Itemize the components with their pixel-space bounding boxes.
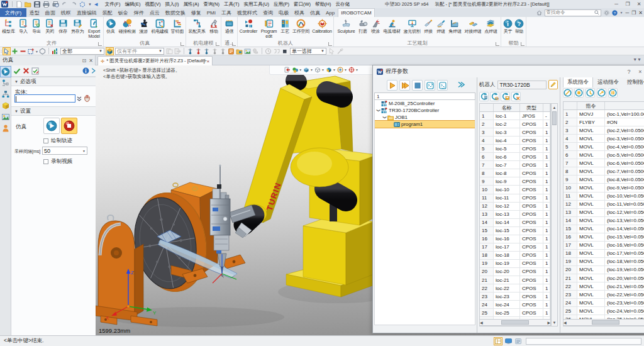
ribbon-button-gantt[interactable]: 甘特图 (170, 18, 186, 35)
ribbon-button-arc-additive[interactable]: 电弧增材 (382, 18, 402, 35)
pin2-icon[interactable] (195, 48, 202, 55)
group-dialog-launcher-icon[interactable] (216, 42, 219, 46)
help-dropdown-icon[interactable]: ▼ (620, 11, 623, 14)
ribbon-tab-修复[interactable]: 修复 (188, 8, 204, 17)
ribbon-button-workspace[interactable]: 工作空间 (291, 18, 311, 35)
home-icon[interactable] (536, 10, 542, 16)
ribbon-button-weld-seam[interactable]: 焊缝 (435, 18, 447, 35)
loc-table-row[interactable]: 15loc-15CPOS1 (480, 227, 550, 235)
ribbon-tab-电极[interactable]: 电极 (275, 8, 291, 17)
scroll-left-icon[interactable]: ◀ (564, 320, 567, 325)
ribbon-button-model-lib[interactable]: 模型库 (1, 18, 17, 35)
menu-item-9[interactable]: 应用(P) (271, 1, 291, 8)
sim-stop-button[interactable] (61, 118, 77, 134)
ribbon-tab-造型[interactable]: 造型 (26, 8, 42, 17)
loc-table-row[interactable]: 16loc-16CPOS1 (480, 235, 550, 243)
expand-list-icon[interactable] (77, 96, 82, 101)
group-dialog-launcher-icon[interactable] (496, 42, 499, 46)
ribbon-button-floppy[interactable]: 保存 (57, 18, 70, 35)
ribbon-button-collision[interactable]: 碰撞检测 (118, 18, 137, 35)
cmd-table-row[interactable]: 13MOVL(loc-12,Vel=0.05000,A (564, 209, 644, 217)
loc-table-row[interactable]: 18loc-18CPOS1 (480, 252, 550, 260)
ribbon-tab-查询[interactable]: 查询 (260, 8, 275, 17)
panel-close-icon[interactable]: ✕ (89, 58, 93, 64)
ribbon-tab-直接编辑[interactable]: 直接编辑 (74, 8, 99, 17)
delete-loc-icon[interactable] (511, 92, 521, 101)
open-folder-icon[interactable] (25, 1, 31, 8)
cmd-tab-控制指令[interactable]: 控制指令 (623, 77, 644, 87)
loc-table-row[interactable]: 22loc-22CPOS1 (480, 284, 550, 293)
cmd-table-row[interactable]: 5MOVL(loc-4,Vel=0.05000,A (564, 143, 644, 151)
compass-icon[interactable]: ▼ (337, 67, 347, 73)
cmd-table-row[interactable]: 9MOVL(loc-8,Vel=0.05000,A (564, 176, 644, 184)
pick-arrow-icon[interactable] (328, 48, 335, 55)
pin1-icon[interactable] (187, 48, 194, 55)
pin5-icon[interactable] (219, 48, 226, 55)
tab-overflow-icon[interactable]: ▼▼ (633, 57, 641, 62)
scroll-left-icon[interactable]: ◀ (480, 320, 483, 325)
cmd-tab-运动指令[interactable]: 运动指令 (594, 77, 623, 87)
ribbon-button-spray[interactable]: 喷涂 (369, 18, 382, 35)
menu-item-4[interactable]: 插入(I) (163, 1, 181, 8)
cmd-table-row[interactable]: 17MOVL(loc-16,Vel=0.05000,A (564, 242, 644, 250)
print-preview-icon[interactable] (52, 1, 59, 8)
record-video-checkbox[interactable] (43, 159, 48, 164)
history-icon[interactable] (265, 48, 272, 55)
ribbon-button-calibration[interactable]: Calibration (311, 18, 333, 35)
cmd-table-row[interactable]: 18MOVL(loc-17,Vel=0.05000,A (564, 250, 644, 258)
ribbon-tab-线框[interactable]: 线框 (58, 8, 74, 17)
tree-node-m-20ib_25controller[interactable]: M-20iB_25Controller (375, 100, 475, 107)
ribbon-tab-工具[interactable]: 工具 (218, 8, 234, 17)
ribbon-button-mecha-model[interactable]: 机电建模 (150, 18, 170, 35)
ribbon-tab-数据交换[interactable]: 数据交换 (162, 8, 188, 17)
group-dialog-launcher-icon[interactable] (232, 42, 236, 46)
cmd-table-row[interactable]: 4MOVL(loc-3,Vel=0.05000,A (564, 135, 644, 143)
ribbon-button-controller[interactable]: Controller (238, 18, 259, 35)
ribbon-button-fillet-weld[interactable]: 角焊缝 (447, 18, 463, 35)
cmd-tab-系统指令[interactable]: 系统指令 (563, 77, 593, 87)
cmd-table-row[interactable]: 15MOVL(loc-14,Vel=0.05000,A (564, 225, 644, 233)
terminal-export-icon[interactable] (425, 80, 435, 91)
loc-table-row[interactable]: 7loc-7CPOS1 (480, 161, 550, 169)
cmd-table-row[interactable]: 20MOVL(loc-19,Vel=0.05000,A (564, 266, 644, 274)
appearance-icon[interactable]: ▼ (292, 67, 302, 73)
menu-item-6[interactable]: 查询(N) (201, 1, 221, 8)
menu-item-1[interactable]: 文件(F) (103, 1, 123, 8)
draw-track-checkbox[interactable] (43, 138, 48, 143)
expand-more-icon[interactable] (457, 81, 465, 90)
cmd-table-row[interactable]: 24MOVL(loc-23,Vel=0.05000,A (564, 299, 644, 307)
loc-table-row[interactable]: 13loc-13CPOS1 (480, 211, 550, 219)
notes-icon[interactable] (514, 338, 522, 345)
loc-table-row[interactable]: 19loc-19CPOS1 (480, 260, 550, 268)
ribbon-tab-曲面[interactable]: 曲面 (42, 8, 58, 17)
box-select-icon[interactable] (28, 48, 35, 55)
run-all-icon[interactable] (399, 80, 410, 91)
cmd-table-row[interactable]: 10MOVL(loc-9,Vel=0.05000,A (564, 184, 644, 192)
ribbon-tab-焊件[interactable]: 焊件 (131, 8, 147, 17)
ribbon-button-doc-export2[interactable]: Export Model (86, 18, 103, 40)
section-settings[interactable]: ▼设置 (11, 106, 96, 116)
stop-cmd-icon[interactable] (574, 88, 584, 98)
cmd-table-row[interactable]: 23MOVL(loc-22,Vel=0.05000,A (564, 291, 644, 299)
loc-table-row[interactable]: 25loc-25CPOS1 (480, 309, 550, 317)
ribbon-button-doc-close[interactable]: 关闭 (43, 18, 57, 35)
window-help-button[interactable]: ? (625, 69, 633, 75)
loc-table-row[interactable]: 9loc-9CPOS1 (480, 177, 550, 186)
group-dialog-launcher-icon[interactable] (98, 42, 102, 46)
close-button[interactable]: ✕ (635, 1, 643, 7)
image-view-icon[interactable] (244, 48, 251, 55)
collapse-icon[interactable]: ◀ (94, 2, 97, 7)
ribbon-button-grind[interactable]: 打磨 (357, 18, 369, 35)
ribbon-tab-app[interactable]: App (323, 8, 337, 17)
select-arrow-icon[interactable] (3, 48, 10, 55)
ribbon-button-walk[interactable]: 漫游 (137, 18, 150, 35)
loc-table-row[interactable]: 10loc-10CPOS1 (480, 186, 550, 194)
cmd-table-row[interactable]: 8MOVL(loc-7,Vel=0.05000,A (564, 167, 644, 176)
quote-icon[interactable] (273, 48, 280, 55)
cancel-icon[interactable] (23, 67, 30, 74)
save-icon[interactable] (34, 1, 40, 8)
cmd-table-row[interactable]: 6MOVL(loc-5,Vel=0.05000,A (564, 151, 644, 159)
loc-table-row[interactable]: 1loc-1JPOS- (480, 112, 550, 120)
command-search-box[interactable]: 查找命令 (545, 9, 601, 16)
doc-tab-close-icon[interactable]: × (207, 59, 210, 64)
